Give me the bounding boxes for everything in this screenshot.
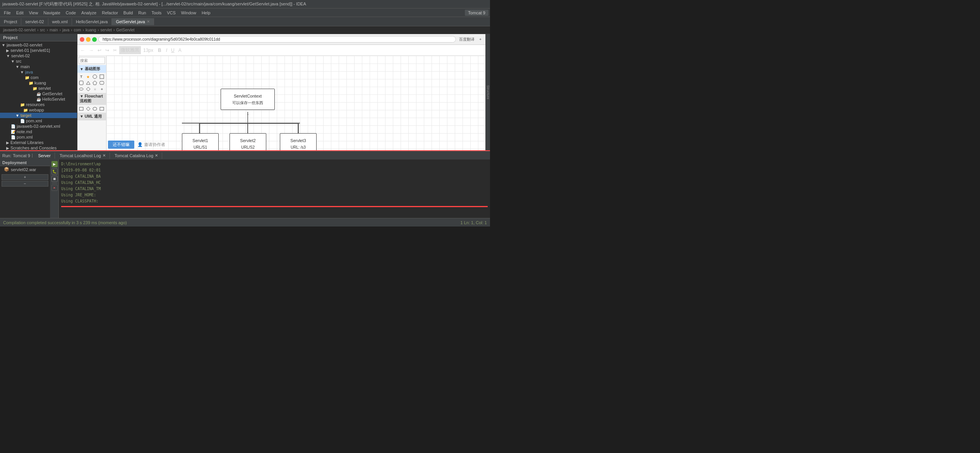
deployment-item[interactable]: 📦 servlet02.war (0, 166, 50, 173)
close-icon[interactable]: ✕ (155, 153, 158, 158)
breadcrumb-item-1[interactable]: src (40, 28, 45, 32)
toolbar-cut[interactable]: ✂ (111, 47, 118, 54)
shape-r3[interactable] (92, 80, 98, 86)
tree-item[interactable]: ▼ src (0, 58, 77, 64)
breadcrumb-item-2[interactable]: main (50, 28, 58, 32)
breadcrumb-item-7[interactable]: GetServlet (116, 28, 134, 32)
tree-item[interactable]: 📝 note.md (0, 129, 77, 134)
error-close-button[interactable]: ✕ (51, 185, 58, 191)
uml-section-title[interactable]: ▼ UML 通用 (77, 113, 106, 120)
tree-item[interactable]: 📄 javaweb-02-servlet.xml (0, 124, 77, 129)
font-name[interactable]: 微软雅黑 (119, 46, 141, 54)
start-button[interactable]: 还不错嘛 (108, 141, 134, 149)
menu-help[interactable]: Help (199, 10, 213, 16)
menu-build[interactable]: Build (121, 10, 135, 16)
tomcat-run-config[interactable]: Tomcat 9 (465, 10, 488, 16)
circle-shape[interactable] (92, 74, 98, 79)
tree-item[interactable]: 📁 servlet (0, 86, 77, 91)
tree-item[interactable]: ▼ javaweb-02-servlet (0, 42, 77, 48)
menu-run[interactable]: Run (136, 10, 148, 16)
tab-getservlet[interactable]: GetServlet.java ✕ (112, 18, 154, 25)
toolbar-redo[interactable]: ↪ (104, 47, 111, 54)
run-button[interactable]: ▶ (51, 161, 58, 167)
tree-item[interactable]: 📁 com (0, 75, 77, 80)
menu-view[interactable]: View (27, 10, 41, 16)
bottom-tab-localhost[interactable]: Tomcat Localhost Log ✕ (56, 153, 110, 159)
bottom-tab-server[interactable]: Server (34, 153, 55, 159)
breadcrumb-item-5[interactable]: kuang (86, 28, 96, 32)
rect-shape[interactable] (99, 74, 105, 79)
menu-analyze[interactable]: Analyze (79, 10, 99, 16)
align-button[interactable]: A (177, 47, 183, 54)
toolbar-forward[interactable]: → (87, 47, 95, 54)
bold-button[interactable]: B (156, 47, 164, 54)
browser-url[interactable]: https://www.processon.com/diagraming/5d6… (98, 36, 456, 43)
shape-search-input[interactable] (79, 57, 105, 64)
diagram-canvas[interactable]: ServletContext可以保存一些东西 ↓ Servlet1URL/S1 (106, 56, 485, 150)
shape-star5[interactable]: ★ (92, 86, 98, 92)
debug-button[interactable]: 🐛 (51, 168, 58, 175)
tree-item[interactable]: 📁 resources (0, 102, 77, 107)
breadcrumb-item-3[interactable]: java (62, 28, 69, 32)
shape-r6[interactable] (86, 86, 91, 92)
flow-rect[interactable] (79, 106, 84, 112)
underline-button[interactable]: U (170, 47, 176, 54)
servlet2-box[interactable]: Servlet2URL/S2 (230, 133, 266, 150)
menu-file[interactable]: File (2, 10, 13, 16)
flowchart-section-title[interactable]: ▼ Flowchart 流程图 (77, 93, 106, 105)
servlet-context-box[interactable]: ServletContext可以保存一些东西 (221, 89, 275, 110)
menu-navigate[interactable]: Navigate (41, 10, 62, 16)
shape-star6[interactable]: ✦ (99, 86, 105, 92)
shape-r2[interactable] (86, 80, 91, 86)
tree-item[interactable]: 📄 pom.xml (0, 134, 77, 140)
tree-item[interactable]: ☕ HelloServlet (0, 96, 77, 102)
breadcrumb-item-6[interactable]: servlet (101, 28, 112, 32)
menu-window[interactable]: Window (179, 10, 199, 16)
tab-helloservlet[interactable]: HelloServlet.java (72, 18, 112, 25)
flow-diamond[interactable] (86, 106, 91, 112)
font-size[interactable]: 13px (142, 47, 155, 54)
tab-webxml[interactable]: web.xml (48, 18, 72, 25)
tree-item[interactable]: ▼ servlet-02 (0, 53, 77, 58)
servlet3-box[interactable]: Servlet3URL: /s3 (280, 133, 317, 150)
tree-item[interactable]: 📄 pom.xml (0, 118, 77, 124)
italic-button[interactable]: I (164, 47, 169, 54)
menu-tools[interactable]: Tools (149, 10, 164, 16)
translation-button[interactable]: 百度翻译 (457, 37, 476, 42)
tomcat-tab[interactable]: Tomcat 9 (13, 153, 30, 158)
toolbar-home[interactable]: ← (79, 47, 87, 54)
tree-item[interactable]: ▼ target (0, 113, 77, 118)
menu-edit[interactable]: Edit (14, 10, 26, 16)
toolbar-undo[interactable]: ↩ (96, 47, 103, 54)
browser-close[interactable] (80, 37, 84, 42)
tree-item[interactable]: 📁 kuang (0, 80, 77, 86)
basic-shapes-section[interactable]: ▼ 基础图形 (77, 65, 106, 73)
bottom-tab-catalina[interactable]: Tomcat Catalina Log ✕ (111, 153, 162, 159)
tree-item[interactable]: ▶ servlet-01 [servlet01] (0, 48, 77, 53)
menu-refactor[interactable]: Refactor (99, 10, 120, 16)
tree-item-scratches[interactable]: ▶ Scratches and Consoles (0, 145, 77, 150)
star-shape[interactable]: ★ (86, 74, 91, 79)
tree-item[interactable]: ▼ main (0, 64, 77, 69)
browser-minimize[interactable] (86, 37, 91, 42)
deploy-remove-button[interactable]: − (2, 181, 48, 187)
shape-r4[interactable] (99, 80, 105, 86)
tree-item[interactable]: ▼ java (0, 69, 77, 75)
tab-project[interactable]: Project (0, 18, 21, 25)
close-icon[interactable]: ✕ (147, 19, 150, 24)
text-shape[interactable]: T (79, 74, 84, 79)
tree-item[interactable]: ☕ GetServlet (0, 91, 77, 96)
servlet1-box[interactable]: Servlet1URL/S1 (182, 133, 219, 150)
stop-button[interactable]: ⏹ (51, 176, 58, 182)
browser-add-tab[interactable]: + (478, 37, 483, 41)
deploy-add-button[interactable]: + (2, 174, 48, 180)
menu-vcs[interactable]: VCS (164, 10, 178, 16)
close-icon[interactable]: ✕ (103, 153, 106, 158)
shape-r5[interactable] (79, 86, 84, 92)
flow-round[interactable] (92, 106, 98, 112)
tab-servlet02[interactable]: servlet-02 (21, 18, 48, 25)
tree-item[interactable]: 📁 webapp (0, 107, 77, 113)
flow-oval[interactable] (99, 106, 105, 112)
shape-r1[interactable] (79, 80, 84, 86)
tree-item[interactable]: ▶ External Libraries (0, 140, 77, 145)
